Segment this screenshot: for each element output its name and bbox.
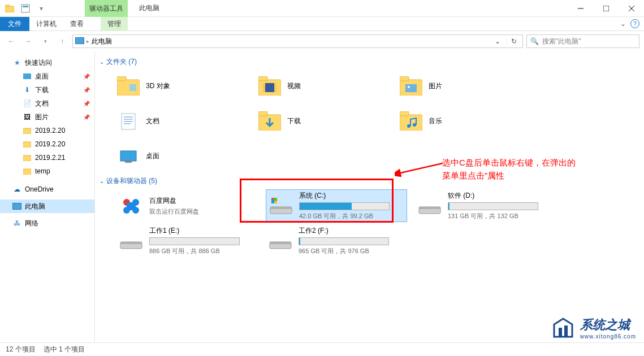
svg-rect-0 bbox=[5, 6, 14, 12]
folder-icon bbox=[116, 144, 140, 168]
sidebar-item-documents[interactable]: 📄 文档 📌 bbox=[0, 97, 94, 110]
sidebar-item-network[interactable]: 🖧 网络 bbox=[0, 216, 94, 230]
pin-icon: 📌 bbox=[83, 73, 90, 80]
svg-rect-35 bbox=[120, 151, 136, 161]
watermark: 系统之城 www.xitong86.com bbox=[551, 315, 636, 340]
drive-icon bbox=[268, 228, 293, 253]
folder-icon bbox=[23, 140, 32, 149]
svg-rect-10 bbox=[23, 155, 31, 161]
recent-locations-button[interactable]: ▾ bbox=[38, 34, 52, 48]
svg-rect-9 bbox=[23, 142, 31, 147]
drive-name: 工作2 (F:) bbox=[299, 226, 405, 236]
forward-button[interactable]: → bbox=[21, 34, 35, 48]
svg-rect-36 bbox=[125, 161, 132, 163]
drive-name: 百度网盘 bbox=[149, 196, 256, 206]
svg-rect-14 bbox=[129, 84, 136, 91]
maximize-button[interactable] bbox=[593, 0, 619, 17]
svg-rect-50 bbox=[419, 207, 440, 209]
folder-desktop[interactable]: 桌面 bbox=[116, 140, 247, 172]
svg-rect-18 bbox=[263, 83, 265, 92]
close-button[interactable] bbox=[619, 0, 644, 17]
folder-label: 文档 bbox=[146, 116, 159, 126]
explorer-icon bbox=[3, 2, 16, 15]
view-tab[interactable]: 查看 bbox=[63, 17, 90, 31]
folder-videos[interactable]: 视频 bbox=[258, 70, 388, 102]
baidu-netdisk[interactable]: 百度网盘 双击运行百度网盘 bbox=[116, 189, 258, 222]
folder-label: 3D 对象 bbox=[146, 81, 170, 91]
sidebar-item-this-pc[interactable]: 此电脑 bbox=[0, 199, 94, 213]
folder-music[interactable]: 音乐 bbox=[399, 105, 529, 137]
folder-icon bbox=[399, 109, 423, 133]
sidebar-item-label: temp bbox=[35, 167, 50, 175]
ribbon-expand-icon[interactable]: ⌄ bbox=[620, 20, 626, 28]
sidebar-item-label: 下载 bbox=[35, 85, 49, 95]
pin-icon: 📌 bbox=[83, 87, 90, 93]
drive-stats: 886 GB 可用，共 886 GB bbox=[149, 247, 256, 255]
address-dropdown-icon[interactable]: ⌄ bbox=[491, 37, 504, 45]
minimize-button[interactable] bbox=[568, 0, 593, 17]
qat-dropdown-icon[interactable]: ▾ bbox=[35, 2, 47, 15]
sidebar-item-folder[interactable]: 2019.2.20 bbox=[0, 124, 94, 137]
folder-downloads[interactable]: 下载 bbox=[258, 105, 388, 137]
sidebar-item-downloads[interactable]: ⬇ 下载 📌 bbox=[0, 83, 94, 97]
properties-icon[interactable] bbox=[19, 2, 32, 15]
sidebar-item-desktop[interactable]: 桌面 📌 bbox=[0, 70, 94, 83]
svg-rect-30 bbox=[258, 111, 267, 116]
selected-count: 选中 1 个项目 bbox=[44, 345, 85, 354]
sidebar-item-label: 2019.2.20 bbox=[35, 140, 65, 148]
navigation-bar: ← → ▾ ↑ ▸ 此电脑 ⌄ ↻ 🔍 搜索"此电脑" bbox=[0, 31, 644, 51]
folders-group-header[interactable]: ⌄ 文件夹 (7) bbox=[100, 57, 638, 67]
sidebar-item-pictures[interactable]: 🖼 图片 📌 bbox=[0, 110, 94, 124]
quick-access-toolbar: ▾ bbox=[0, 2, 51, 15]
back-button[interactable]: ← bbox=[5, 34, 18, 48]
document-icon: 📄 bbox=[23, 99, 32, 108]
content-pane: ⌄ 文件夹 (7) 3D 对象 视频 图片 文档 下载 bbox=[95, 51, 644, 342]
contextual-tab-group: 驱动器工具 bbox=[85, 0, 128, 17]
sidebar-item-onedrive[interactable]: ☁ OneDrive bbox=[0, 183, 94, 196]
sidebar-item-label: OneDrive bbox=[25, 185, 54, 193]
this-pc-icon bbox=[75, 37, 84, 46]
folder-icon bbox=[399, 74, 423, 98]
svg-rect-8 bbox=[23, 128, 31, 134]
refresh-button[interactable]: ↻ bbox=[507, 37, 520, 45]
folder-label: 下载 bbox=[287, 116, 301, 126]
window-title: 此电脑 bbox=[139, 3, 159, 13]
drive-icon bbox=[119, 228, 144, 253]
computer-tab[interactable]: 计算机 bbox=[29, 17, 63, 31]
address-bar[interactable]: ▸ 此电脑 ⌄ ↻ bbox=[72, 34, 523, 48]
sidebar-item-label: 网络 bbox=[25, 219, 38, 228]
drive-usage-bar bbox=[448, 202, 538, 210]
watermark-icon bbox=[551, 315, 576, 340]
folder-pictures[interactable]: 图片 bbox=[399, 70, 529, 102]
folder-icon bbox=[23, 167, 32, 176]
folder-3d-objects[interactable]: 3D 对象 bbox=[116, 70, 247, 102]
ribbon-tabs: 文件 计算机 查看 管理 ⌄ ? bbox=[0, 17, 644, 31]
sidebar-item-label: 2019.2.20 bbox=[35, 127, 65, 134]
drive-c[interactable]: 系统 (C:) 42.0 GB 可用，共 99.2 GB bbox=[266, 189, 407, 222]
manage-tab[interactable]: 管理 bbox=[101, 17, 128, 31]
drive-f[interactable]: 工作2 (F:) 965 GB 可用，共 976 GB bbox=[266, 224, 407, 257]
breadcrumb-segment[interactable]: 此电脑 bbox=[92, 37, 112, 46]
drive-d[interactable]: 软件 (D:) 131 GB 可用，共 132 GB bbox=[415, 189, 556, 222]
group-title: 设备和驱动器 (5) bbox=[106, 176, 157, 186]
folder-documents[interactable]: 文档 bbox=[116, 105, 247, 137]
sidebar-item-label: 桌面 bbox=[35, 72, 49, 81]
group-title: 文件夹 (7) bbox=[106, 57, 137, 67]
search-icon: 🔍 bbox=[530, 37, 539, 45]
svg-rect-43 bbox=[270, 207, 292, 209]
svg-rect-54 bbox=[270, 242, 291, 244]
quick-access[interactable]: ★ 快速访问 bbox=[0, 56, 94, 70]
sidebar-item-folder[interactable]: 2019.2.20 bbox=[0, 137, 94, 151]
help-icon[interactable]: ? bbox=[630, 19, 639, 28]
folder-icon bbox=[116, 109, 140, 133]
sidebar-item-folder[interactable]: temp bbox=[0, 164, 94, 178]
file-tab[interactable]: 文件 bbox=[0, 17, 29, 31]
title-bar: ▾ 驱动器工具 此电脑 bbox=[0, 0, 644, 17]
svg-rect-56 bbox=[559, 328, 562, 337]
search-input[interactable]: 🔍 搜索"此电脑" bbox=[526, 34, 639, 48]
drive-e[interactable]: 工作1 (E:) 886 GB 可用，共 886 GB bbox=[116, 224, 258, 257]
sidebar-item-label: 图片 bbox=[35, 112, 49, 122]
up-button[interactable]: ↑ bbox=[55, 34, 69, 48]
sidebar-item-folder[interactable]: 2019.2.21 bbox=[0, 151, 94, 164]
status-bar: 12 个项目 选中 1 个项目 bbox=[0, 342, 644, 356]
